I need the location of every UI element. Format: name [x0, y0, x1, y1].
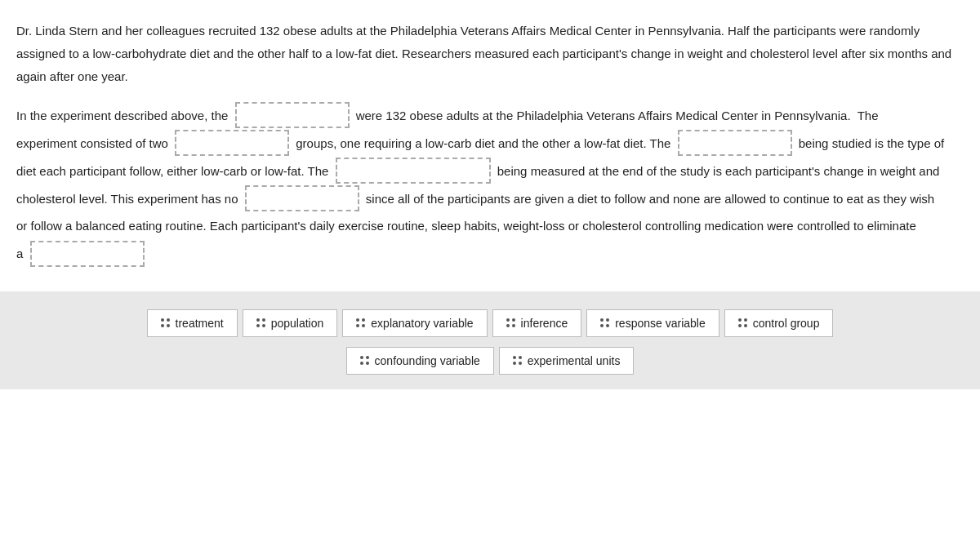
tile-treatment[interactable]: treatment — [147, 309, 238, 337]
drag-dots-icon — [256, 318, 266, 328]
fill-line-5: or follow a balanced eating routine. Eac… — [16, 213, 964, 239]
tile-experimental-units[interactable]: experimental units — [499, 347, 635, 375]
tile-label: response variable — [615, 317, 706, 330]
blank-box-1[interactable] — [235, 102, 350, 128]
tile-inference[interactable]: inference — [492, 309, 582, 337]
fill-line-2: experiment consisted of two groups, one … — [16, 130, 964, 156]
line2-text3: being studied is the type of — [795, 131, 945, 157]
drag-dots-icon — [600, 318, 610, 328]
drag-dots-icon — [738, 318, 748, 328]
line3-text1: diet each participant follow, either low… — [16, 158, 332, 184]
fill-line-3: diet each participant follow, either low… — [16, 158, 964, 184]
line1-text1: In the experiment described above, the — [16, 103, 232, 129]
line3-text2: being measured at the end of the study i… — [494, 158, 940, 184]
line1-text2: were 132 obese adults at the Philadelphi… — [353, 103, 879, 129]
drag-dots-icon — [506, 318, 516, 328]
intro-text: Dr. Linda Stern and her colleagues recru… — [16, 24, 951, 83]
blank-box-4[interactable] — [336, 158, 491, 184]
blank-box-3[interactable] — [678, 130, 792, 156]
line5-text1: or follow a balanced eating routine. Eac… — [16, 213, 916, 239]
line2-text1: experiment consisted of two — [16, 131, 172, 157]
drag-dots-icon — [356, 318, 366, 328]
tile-response-variable[interactable]: response variable — [586, 309, 719, 337]
tile-label: control group — [753, 317, 820, 330]
tile-label: explanatory variable — [371, 317, 473, 330]
line2-text2: groups, one requiring a low-carb diet an… — [292, 131, 675, 157]
tile-label: inference — [521, 317, 568, 330]
tile-population[interactable]: population — [243, 309, 338, 337]
drag-dots-icon — [161, 318, 171, 328]
intro-paragraph: Dr. Linda Stern and her colleagues recru… — [16, 20, 964, 87]
tile-label: population — [271, 317, 324, 330]
tile-row-2: confounding variableexperimental units — [346, 347, 635, 375]
fill-section: In the experiment described above, the w… — [16, 102, 964, 267]
line4-text2: since all of the participants are given … — [363, 186, 934, 212]
blank-box-2[interactable] — [175, 130, 289, 156]
fill-line-4: cholesterol level. This experiment has n… — [16, 185, 964, 211]
tile-explanatory-variable[interactable]: explanatory variable — [342, 309, 487, 337]
line4-text1: cholesterol level. This experiment has n… — [16, 186, 242, 212]
drag-dots-icon — [513, 356, 523, 366]
bottom-bar: treatmentpopulationexplanatory variablei… — [0, 291, 980, 389]
fill-line-6: a — [16, 241, 964, 267]
tile-control-group[interactable]: control group — [724, 309, 834, 337]
tile-label: treatment — [176, 317, 224, 330]
drag-dots-icon — [360, 356, 370, 366]
blank-box-6[interactable] — [30, 241, 145, 267]
blank-box-5[interactable] — [245, 185, 359, 211]
tile-label: experimental units — [528, 354, 621, 367]
line6-text1: a — [16, 241, 27, 267]
main-content: Dr. Linda Stern and her colleagues recru… — [0, 0, 980, 267]
tile-row-1: treatmentpopulationexplanatory variablei… — [147, 309, 834, 337]
tile-confounding-variable[interactable]: confounding variable — [346, 347, 494, 375]
fill-line-1: In the experiment described above, the w… — [16, 102, 964, 128]
tile-label: confounding variable — [375, 354, 480, 367]
